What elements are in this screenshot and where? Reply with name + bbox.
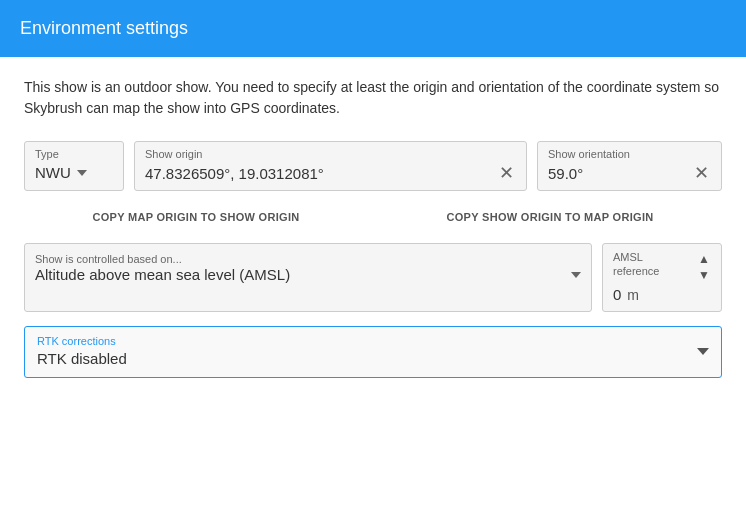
- origin-field: Show origin 47.8326509°, 19.0312081° ✕: [134, 141, 527, 191]
- amsl-arrows: ▲ ▼: [697, 250, 711, 282]
- orientation-field: Show orientation 59.0° ✕: [537, 141, 722, 191]
- orientation-label: Show orientation: [548, 148, 711, 160]
- header-title: Environment settings: [20, 18, 188, 38]
- amsl-increment-button[interactable]: ▲: [697, 252, 711, 266]
- altitude-label: Show is controlled based on...: [35, 253, 182, 265]
- origin-label: Show origin: [145, 148, 516, 160]
- header: Environment settings: [0, 0, 746, 57]
- amsl-label-line2: reference: [613, 264, 659, 278]
- rtk-value: RTK disabled: [37, 350, 127, 367]
- copy-buttons-row: COPY MAP ORIGIN TO SHOW ORIGIN COPY SHOW…: [24, 205, 722, 229]
- type-field: Type NWU: [24, 141, 124, 191]
- type-dropdown[interactable]: NWU: [35, 164, 113, 181]
- amsl-field: AMSL reference ▲ ▼ 0 m: [602, 243, 722, 312]
- altitude-dropdown[interactable]: Altitude above mean sea level (AMSL): [35, 266, 581, 283]
- amsl-label-line1: AMSL: [613, 250, 659, 264]
- rtk-dropdown[interactable]: RTK corrections RTK disabled: [25, 327, 721, 377]
- origin-clear-button[interactable]: ✕: [497, 164, 516, 182]
- type-label: Type: [35, 148, 113, 160]
- rtk-label: RTK corrections: [37, 335, 127, 347]
- amsl-decrement-button[interactable]: ▼: [697, 268, 711, 282]
- type-value: NWU: [35, 164, 71, 181]
- copy-map-to-show-button[interactable]: COPY MAP ORIGIN TO SHOW ORIGIN: [24, 205, 368, 229]
- amsl-unit: m: [627, 287, 639, 303]
- altitude-value: Altitude above mean sea level (AMSL): [35, 266, 290, 283]
- altitude-amsl-row: Show is controlled based on... Altitude …: [24, 243, 722, 312]
- orientation-clear-button[interactable]: ✕: [692, 164, 711, 182]
- amsl-value: 0: [613, 286, 621, 303]
- description-text: This show is an outdoor show. You need t…: [24, 77, 722, 119]
- altitude-chevron-icon: [571, 272, 581, 278]
- orientation-value: 59.0°: [548, 165, 583, 182]
- rtk-chevron-icon: [697, 348, 709, 355]
- rtk-section: RTK corrections RTK disabled: [24, 326, 722, 378]
- altitude-field: Show is controlled based on... Altitude …: [24, 243, 592, 312]
- copy-show-to-map-button[interactable]: COPY SHOW ORIGIN TO MAP ORIGIN: [378, 205, 722, 229]
- type-chevron-icon: [77, 170, 87, 176]
- origin-value: 47.8326509°, 19.0312081°: [145, 165, 324, 182]
